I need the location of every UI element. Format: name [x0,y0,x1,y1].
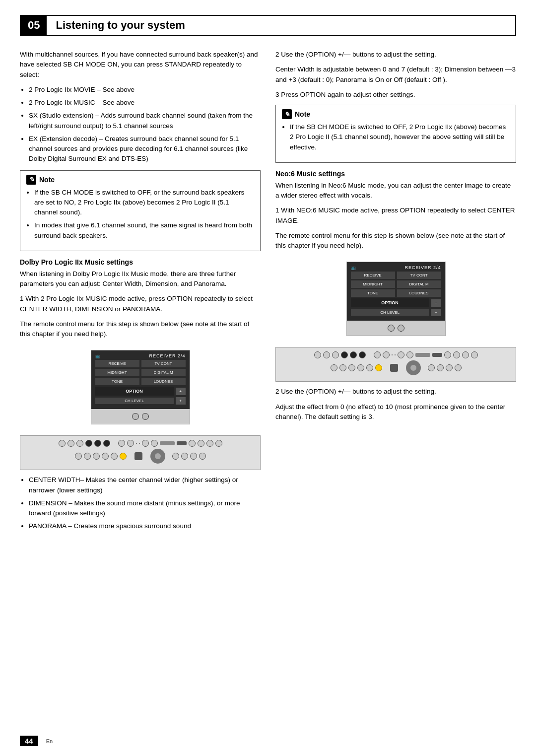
remote-plus2-btn: + [176,397,186,405]
right-column: 2 Use the (OPTION) +/— buttons to adjust… [275,50,516,538]
ctrl-circle [341,351,348,358]
ctrl-circle [206,440,213,447]
ctrl-circle-yellow-r [375,364,382,371]
ctrl-circle [102,453,109,460]
end-bullets: CENTER WIDTH– Makes the center channel w… [29,475,261,531]
ctrl-circle [172,453,179,460]
ctrl-circle [444,351,451,358]
note-title-2: ✎ Note [282,109,510,119]
list-item: EX (Extension decode) – Creates surround… [29,134,261,164]
remote-digital-btn-r: DIGITAL M [397,280,441,288]
ctrl-circle [398,351,404,358]
ctrl-circle [350,351,357,358]
remote-receive-btn: RECEIVE [95,360,139,367]
remote-tone-btn: TONE [95,378,139,385]
ctrl-circle [103,440,110,447]
intro-bullets: 2 Pro Logic IIx MOVIE – See above 2 Pro … [29,85,261,164]
page-footer: 44 En [20,736,53,746]
ctrl-circle [453,351,460,358]
ctrl-circle [215,440,222,447]
remote-nav-icon [142,413,149,420]
note-title-1: ✎ Note [26,175,254,185]
remote-chlevel-btn-r: CH LEVEL [351,309,429,316]
ctrl-circle [76,440,83,447]
remote-image-left: 📺 RECEIVER 2/4 RECEIVE TV CONT MIDNIGHT … [91,350,190,424]
right-step2b: Center Width is adjustable between 0 and… [275,65,516,85]
remote-plus-btn-r: + [431,299,441,307]
content-area: With multichannel sources, if you have c… [20,50,516,538]
ctrl-circle [85,440,92,447]
note2-bullets: If the SB CH MODE is switched to OFF, 2 … [290,122,510,152]
list-item: DIMENSION – Makes the sound more distant… [29,498,261,519]
remote-option-btn-r: OPTION [351,298,429,307]
ctrl-circle [190,453,197,460]
controller-image-right [275,347,516,382]
page-lang: En [46,738,53,744]
ctrl-circle [111,453,118,460]
dolby-heading: Dolby Pro Logic IIx Music settings [20,258,261,266]
ctrl-circle [198,440,204,447]
ctrl-dpad-r [406,360,421,375]
ctrl-dpad [150,449,165,464]
ctrl-circle [67,440,74,447]
ctrl-circle-yellow [120,453,127,460]
ctrl-dpad-inner-r [410,365,416,371]
ctrl-circle [189,440,196,447]
ctrl-circle [348,364,355,371]
remote-plus-btn: + [176,388,186,395]
remote-loudnes-btn-r: LOUDNES [397,289,441,297]
ctrl-circle [366,364,373,371]
ctrl-circle [331,364,337,371]
ctrl-circle [94,440,101,447]
remote-midnight-btn-r: MIDNIGHT [351,280,395,288]
chapter-number: 05 [21,16,47,35]
remote-digital-btn: DIGITAL M [141,369,186,376]
ctrl-circle [428,364,435,371]
ctrl-circle [84,453,91,460]
neo6-step1b: The remote control menu for this step is… [275,231,516,251]
ctrl-circle [323,351,330,358]
remote-midnight-btn: MIDNIGHT [95,369,139,376]
chapter-title: Listening to your system [47,16,515,35]
ctrl-circle [127,440,134,447]
note-box-2: ✎ Note If the SB CH MODE is switched to … [275,105,516,163]
dolby-para1: When listening in Dolby Pro Logic IIx Mu… [20,269,261,289]
remote-receive-btn-r: RECEIVE [351,272,395,279]
remote-plus2-btn-r: + [431,309,441,316]
ctrl-circle [151,440,158,447]
list-item: 2 Pro Logic IIx MOVIE – See above [29,85,261,95]
dolby-step1: 1 With 2 Pro Logic IIx MUSIC mode active… [20,294,261,314]
ctrl-circle [339,364,346,371]
list-item: If the SB CH MODE is switched to OFF, or… [34,188,254,218]
list-item: PANORAMA – Creates more spacious surroun… [29,521,261,531]
controller-image-left [20,435,261,470]
ctrl-circle [471,351,478,358]
list-item: CENTER WIDTH– Makes the center channel w… [29,475,261,495]
ctrl-circle [406,351,413,358]
neo6-heading: Neo:6 Music settings [275,170,516,178]
remote-nav-icon-r [398,325,404,332]
dolby-step1b: The remote control menu for this step is… [20,319,261,340]
remote-home-icon [132,413,139,420]
note1-bullets: If the SB CH MODE is switched to OFF, or… [34,188,254,241]
ctrl-circle [383,351,390,358]
remote-tone-btn-r: TONE [351,289,395,297]
ctrl-circle [446,364,453,371]
list-item: In modes that give 6.1 channel sound, th… [34,220,254,241]
remote-loudnes-btn: LOUDNES [141,378,186,385]
ctrl-circle [93,453,100,460]
ctrl-circle [359,351,366,358]
right-step3: 3 Press OPTION again to adjust other set… [275,90,516,100]
note-icon-1: ✎ [26,175,36,185]
remote-tv-cont-btn: TV CONT [141,360,186,367]
remote-home-icon-r [388,325,395,332]
remote-tv-cont-btn-r: TV CONT [397,272,441,279]
list-item: SX (Studio extension) – Adds surround ba… [29,111,261,131]
page-header: 05 Listening to your system [20,15,516,36]
ctrl-circle [374,351,381,358]
list-item: If the SB CH MODE is switched to OFF, 2 … [290,122,510,152]
ctrl-dpad-inner [155,453,161,459]
neo6-para1: When listening in Neo:6 Music mode, you … [275,181,516,201]
remote-chlevel-btn: CH LEVEL [95,398,174,404]
remote-image-right: 📺 RECEIVER 2/4 RECEIVE TV CONT MIDNIGHT … [346,262,446,336]
